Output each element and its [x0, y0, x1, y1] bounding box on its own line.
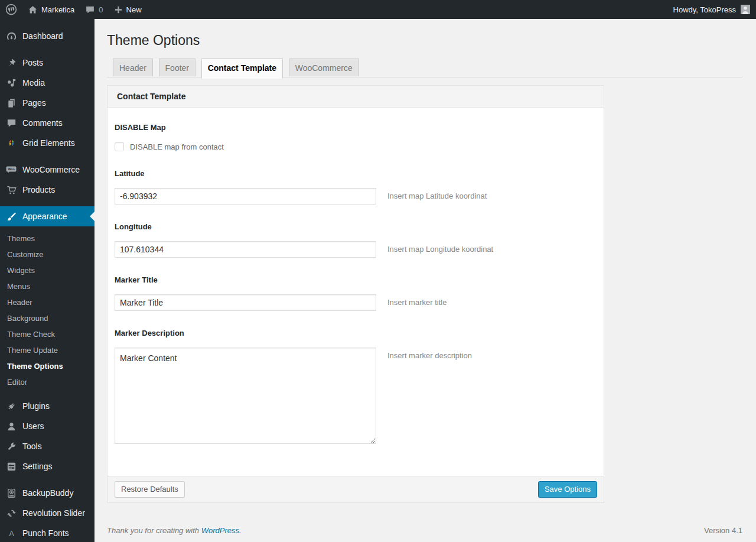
- marker-description-hint: Insert marker description: [387, 348, 472, 360]
- page-footer: Thank you for creating with WordPress. V…: [107, 526, 742, 535]
- admin-sidebar: Dashboard Posts Media Pages Comments: [0, 19, 94, 542]
- tab-header[interactable]: Header: [113, 59, 153, 76]
- disable-map-label: DISABLE Map: [115, 123, 594, 132]
- latitude-hint: Insert map Latitude koordinat: [387, 188, 487, 200]
- panel-footer: Restore Defaults Save Options: [107, 476, 604, 502]
- comment-bubble-icon: [85, 5, 95, 15]
- footer-thanks: Thank you for creating with WordPress.: [107, 526, 242, 535]
- submenu-item-theme-options[interactable]: Theme Options: [0, 358, 94, 374]
- sidebar-label: WooCommerce: [22, 165, 80, 174]
- marker-title-field: Marker Title Insert marker title: [115, 275, 594, 311]
- submenu-item-header[interactable]: Header: [0, 294, 94, 310]
- main-content: Theme Options Header Footer Contact Temp…: [94, 19, 756, 542]
- howdy-text: Howdy, TokoPress: [673, 5, 736, 14]
- grid-elements-icon: [5, 137, 17, 149]
- latitude-input[interactable]: [115, 188, 376, 205]
- submenu-item-editor[interactable]: Editor: [0, 374, 94, 390]
- wordpress-logo-icon: [5, 4, 17, 15]
- woocommerce-icon: Woo: [5, 164, 17, 176]
- marker-description-label: Marker Description: [115, 329, 594, 337]
- longitude-input[interactable]: [115, 241, 376, 258]
- sidebar-label: Settings: [22, 462, 53, 471]
- letter-a-icon: A: [5, 527, 17, 539]
- sidebar-item-tools[interactable]: Tools: [0, 436, 94, 456]
- longitude-field: Longitude Insert map Longitude koordinat: [115, 222, 594, 258]
- media-icon: [5, 77, 17, 89]
- svg-text:Woo: Woo: [8, 167, 14, 171]
- dashboard-icon: [5, 30, 17, 42]
- comment-count: 0: [99, 5, 103, 14]
- wrench-icon: [5, 440, 17, 452]
- sidebar-item-grid-elements[interactable]: Grid Elements: [0, 133, 94, 153]
- submenu-item-theme-update[interactable]: Theme Update: [0, 342, 94, 358]
- marker-description-textarea[interactable]: Marker Content: [115, 348, 376, 444]
- wp-logo-menu[interactable]: [0, 0, 22, 19]
- disable-map-checkbox[interactable]: [115, 142, 124, 151]
- sidebar-label: Plugins: [22, 401, 50, 411]
- appearance-submenu: Themes Customize Widgets Menus Header Ba…: [0, 226, 94, 396]
- tab-bar: Header Footer Contact Template WooCommer…: [107, 58, 742, 77]
- sidebar-item-punch-fonts[interactable]: A Punch Fonts: [0, 523, 94, 542]
- new-content-menu[interactable]: New: [109, 0, 147, 19]
- sidebar-label: Tools: [22, 442, 42, 451]
- disable-map-checkbox-label: DISABLE map from contact: [130, 142, 224, 151]
- sidebar-label: Media: [22, 78, 45, 87]
- submenu-item-themes[interactable]: Themes: [0, 231, 94, 246]
- marker-title-input[interactable]: [115, 294, 376, 311]
- pages-icon: [5, 97, 17, 109]
- submenu-item-widgets[interactable]: Widgets: [0, 262, 94, 278]
- avatar: [741, 5, 750, 14]
- admin-bar-left: Marketica 0 New: [0, 0, 147, 19]
- contact-template-panel: Contact Template DISABLE Map DISABLE map…: [107, 85, 604, 503]
- backup-disk-icon: [5, 487, 17, 499]
- sidebar-label: Products: [22, 185, 55, 194]
- sidebar-item-comments[interactable]: Comments: [0, 113, 94, 133]
- site-menu[interactable]: Marketica: [22, 0, 80, 19]
- latitude-field: Latitude Insert map Latitude koordinat: [115, 169, 594, 205]
- tab-footer[interactable]: Footer: [159, 59, 195, 76]
- plugin-icon: [5, 400, 17, 412]
- sidebar-label: Dashboard: [22, 31, 63, 41]
- sidebar-label: Pages: [22, 98, 46, 108]
- admin-bar: Marketica 0 New Howdy, TokoPress: [0, 0, 756, 19]
- restore-defaults-button[interactable]: Restore Defaults: [115, 481, 185, 498]
- settings-icon: [5, 460, 17, 472]
- comments-icon: [5, 117, 17, 129]
- latitude-label: Latitude: [115, 169, 594, 178]
- submenu-item-customize[interactable]: Customize: [0, 246, 94, 262]
- comments-menu[interactable]: 0: [80, 0, 108, 19]
- marker-title-label: Marker Title: [115, 275, 594, 284]
- wordpress-link[interactable]: WordPress: [201, 526, 239, 535]
- sidebar-item-users[interactable]: Users: [0, 416, 94, 436]
- tab-woocommerce[interactable]: WooCommerce: [289, 59, 359, 76]
- sidebar-label: Revolution Slider: [22, 508, 85, 518]
- sidebar-item-dashboard[interactable]: Dashboard: [0, 26, 94, 46]
- page-title: Theme Options: [107, 32, 742, 49]
- sidebar-item-plugins[interactable]: Plugins: [0, 396, 94, 416]
- submenu-item-menus[interactable]: Menus: [0, 278, 94, 294]
- save-options-button[interactable]: Save Options: [538, 481, 597, 498]
- panel-title: Contact Template: [107, 86, 604, 108]
- tab-contact-template[interactable]: Contact Template: [201, 59, 283, 79]
- new-label: New: [126, 5, 142, 14]
- sidebar-item-appearance[interactable]: Appearance: [0, 206, 94, 226]
- submenu-item-background[interactable]: Background: [0, 310, 94, 326]
- sidebar-item-posts[interactable]: Posts: [0, 53, 94, 73]
- sidebar-item-woocommerce[interactable]: Woo WooCommerce: [0, 160, 94, 180]
- sidebar-label: Posts: [22, 58, 43, 67]
- sidebar-item-products[interactable]: Products: [0, 180, 94, 200]
- sidebar-item-pages[interactable]: Pages: [0, 93, 94, 113]
- disable-map-checkbox-row: DISABLE map from contact: [115, 142, 594, 151]
- plus-icon: [114, 5, 123, 14]
- sidebar-item-revolution-slider[interactable]: Revolution Slider: [0, 503, 94, 523]
- sidebar-item-media[interactable]: Media: [0, 73, 94, 93]
- footer-thanks-text: Thank you for creating with: [107, 526, 201, 535]
- svg-text:A: A: [9, 529, 14, 537]
- pushpin-icon: [5, 57, 17, 69]
- sidebar-item-backupbuddy[interactable]: BackupBuddy: [0, 483, 94, 503]
- version-text: Version 4.1: [704, 526, 742, 535]
- submenu-item-theme-check[interactable]: Theme Check: [0, 326, 94, 342]
- sidebar-label: Appearance: [22, 212, 67, 221]
- account-menu[interactable]: Howdy, TokoPress: [673, 0, 756, 19]
- sidebar-item-settings[interactable]: Settings: [0, 456, 94, 476]
